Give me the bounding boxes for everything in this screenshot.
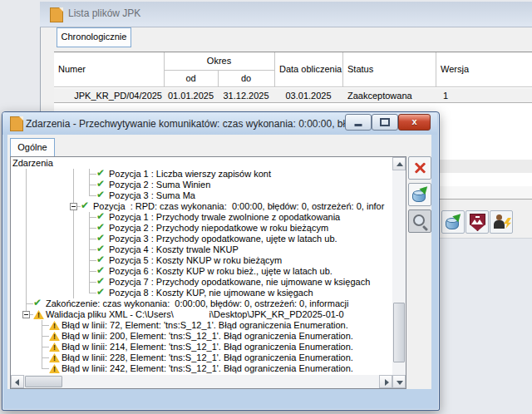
tree-connector (89, 174, 96, 175)
tree-connector (42, 347, 49, 347)
tree-guide-line (26, 212, 27, 223)
tree-item[interactable]: !Błąd w linii: 228, Element: 'tns:S_12_1… (11, 352, 392, 363)
check-icon: ✔ (96, 169, 105, 179)
tree-connector (42, 357, 49, 358)
cell-do[interactable]: 31.12.2025 (218, 91, 274, 101)
scroll-down-button[interactable] (392, 375, 406, 388)
cell-od[interactable]: 01.01.2025 (164, 91, 218, 101)
tree-connector (42, 368, 49, 369)
horizontal-scrollbar[interactable] (11, 375, 392, 388)
cell-wersja[interactable]: 1 (443, 91, 448, 101)
maximize-button[interactable] (372, 114, 398, 131)
tree-item-label: Błąd w linii: 200, Element: 'tns:S_12_1'… (62, 331, 353, 342)
col-header-data-obliczenia[interactable]: Data obliczenia (279, 64, 342, 74)
collapse-expander[interactable] (70, 203, 77, 210)
tree-item[interactable]: !Błąd w linii: 242, Element: 'tns:S_12_1… (11, 363, 392, 374)
col-header-wersja[interactable]: Wersja (441, 64, 469, 74)
tree-item-label: Pozycja 2 : Suma Winien (109, 180, 210, 190)
tree-guide-line (26, 288, 27, 298)
tree-guide-line (73, 255, 74, 266)
export-database-button[interactable] (441, 210, 465, 234)
scroll-up-button[interactable] (392, 157, 406, 170)
tree-item-label: Pozycja 7 : Przychody opodatkowane, nie … (109, 277, 370, 288)
tree-item[interactable]: ✔Pozycja 8 : Koszty KUP, nie ujmowane w … (11, 288, 392, 298)
tree-guide-line (73, 169, 74, 180)
minimize-button[interactable] (345, 114, 372, 131)
tree-item[interactable]: ✔Pozycja 2 : Przychody niepodatkowe w ro… (11, 223, 392, 234)
tree-item[interactable]: ✔Pozycja : RPD: czas wykonania: 0:00:00,… (11, 201, 392, 212)
tree-item[interactable]: !Błąd w linii: 200, Element: 'tns:S_12_1… (11, 331, 392, 342)
tree-item-label: Pozycja 8 : Koszty KUP, nie ujmowane w k… (109, 288, 313, 298)
horizontal-scroll-thumb[interactable] (25, 376, 62, 387)
cell-numer[interactable]: JPK_KR_PD/04/2025 (57, 91, 162, 101)
warning-icon: ! (33, 310, 44, 319)
zoom-button[interactable] (408, 209, 431, 233)
collapse-expander[interactable] (22, 311, 30, 318)
tab-chronologicznie[interactable]: Chronologicznie (57, 27, 131, 47)
tree-item[interactable]: ✔Pozycja 6 : Koszty KUP w roku bież., uj… (11, 266, 392, 277)
tree-item-label: Pozycja 4 : Koszty trwale NKUP (109, 244, 239, 255)
down-arrow-icon (397, 381, 403, 385)
tree-connector (89, 282, 96, 283)
tree-guide-line (73, 288, 74, 298)
export-database-button[interactable] (408, 183, 431, 206)
cell-status[interactable]: Zaakceptowana (347, 91, 412, 101)
col-header-do[interactable]: do (218, 73, 274, 83)
tree-item-label: Błąd w linii: 228, Element: 'tns:S_12_1'… (62, 352, 353, 363)
tab-ogolne[interactable]: Ogólne (10, 138, 55, 158)
col-header-okres[interactable]: Okres (164, 56, 274, 66)
tree-item-label: Błąd w linii: 72, Element: 'tns:S_12_1'.… (62, 320, 348, 331)
tree-item[interactable]: ✔Pozycja 3 : Suma Ma (11, 190, 392, 201)
tree-item[interactable]: ✔Zakończenie: czas wykonania: 0:00:00, b… (11, 298, 392, 309)
left-arrow-icon (15, 379, 19, 386)
tree-item[interactable]: ✔Pozycja 1 : Liczba wierszy zapisów kont (11, 169, 392, 180)
user-icon (496, 214, 502, 220)
tree-item-label: Walidacja pliku XML - C:\Users\ i\Deskto… (46, 309, 344, 320)
scroll-right-button[interactable] (379, 375, 392, 388)
tree-item[interactable]: !Walidacja pliku XML - C:\Users\ i\Deskt… (11, 309, 392, 320)
tree-guide-line (73, 266, 74, 277)
tree-item[interactable]: !Błąd w linii: 214, Element: 'tns:S_12_1… (11, 342, 392, 352)
tree-item[interactable]: ✔Pozycja 2 : Suma Winien (11, 180, 392, 190)
user-lightning-button[interactable] (490, 210, 513, 234)
close-icon: x (399, 115, 430, 130)
red-x-icon (413, 161, 426, 175)
col-header-numer[interactable]: Numer (58, 64, 86, 74)
warning-icon: ! (49, 332, 60, 341)
tree-guide-line (73, 244, 74, 255)
close-button[interactable]: x (398, 114, 431, 131)
check-icon: ✔ (96, 180, 105, 190)
tree-item[interactable]: !Błąd w linii: 72, Element: 'tns:S_12_1'… (11, 320, 392, 331)
col-header-status[interactable]: Status (347, 64, 373, 74)
scroll-left-button[interactable] (11, 375, 24, 388)
tree-guide-line (26, 266, 27, 277)
document-icon (50, 7, 63, 22)
tree-item[interactable]: ✔Pozycja 7 : Przychody opodatkowane, nie… (11, 277, 392, 288)
tree-connector (89, 293, 96, 293)
tree-item[interactable]: ✔Pozycja 4 : Koszty trwale NKUP (11, 244, 392, 255)
tree-connector (42, 325, 49, 326)
check-icon: ✔ (96, 277, 105, 287)
check-icon: ✔ (96, 266, 105, 276)
col-header-od[interactable]: od (164, 73, 218, 83)
event-tree-panel: Zdarzenia ✔Pozycja 1 : Liczba wierszy za… (10, 156, 406, 389)
warning-icon: ! (49, 343, 60, 352)
jpk-list-title: Lista plików JPK (68, 7, 140, 19)
tree-connector (89, 239, 96, 239)
eagle-shield-button[interactable] (466, 210, 489, 234)
tree-guide-line (26, 255, 27, 266)
cancel-x-button[interactable] (408, 156, 431, 180)
tree-item[interactable]: ✔Pozycja 3 : Przychody opodatkowane, uję… (11, 234, 392, 244)
tree-connector (89, 249, 96, 250)
tree-item-label: Pozycja 2 : Przychody niepodatkowe w rok… (109, 223, 328, 234)
check-icon: ✔ (96, 288, 105, 298)
tree-item[interactable]: ✔Pozycja 5 : Koszty NKUP w roku bieżącym (11, 255, 392, 266)
cell-data-obliczenia[interactable]: 03.01.2025 (274, 91, 342, 101)
right-arrow-icon (385, 379, 389, 386)
tree-connector (42, 336, 49, 337)
vertical-scroll-thumb[interactable] (393, 303, 405, 362)
tree-item[interactable]: ✔Pozycja 1 : Przychody trwale zwolnione … (11, 212, 392, 223)
lightning-icon (504, 218, 511, 229)
magnifier-icon (413, 214, 425, 226)
tree-item-label: Pozycja 1 : Przychody trwale zwolnione z… (109, 212, 340, 223)
